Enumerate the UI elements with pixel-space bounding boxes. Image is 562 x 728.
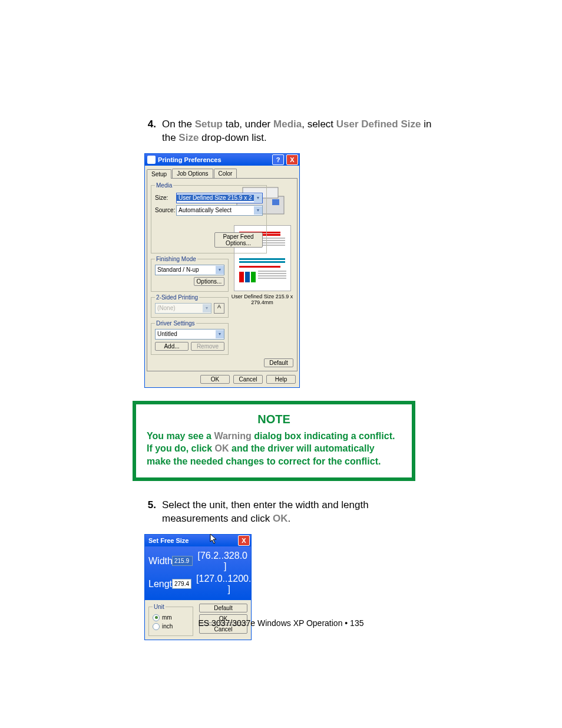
printing-preferences-dialog: Printing Preferences ? X Setup Job Optio…: [144, 153, 300, 388]
step-4-number: 4.: [138, 118, 162, 145]
chevron-down-icon: ▾: [254, 194, 262, 202]
chevron-down-icon: ▾: [216, 266, 224, 274]
add-button[interactable]: Add...: [155, 342, 189, 351]
tab-color[interactable]: Color: [214, 169, 237, 178]
dialog-title: Set Free Size: [145, 537, 237, 544]
duplex-legend: 2-Sided Printing: [155, 294, 199, 301]
width-range-lo: 76.2: [200, 551, 219, 572]
note-body: You may see a Warning dialog box indicat…: [147, 430, 401, 468]
ui-ref-ok: OK: [215, 443, 229, 453]
note-box: NOTE You may see a Warning dialog box in…: [133, 401, 415, 481]
cancel-button[interactable]: Cancel: [233, 375, 263, 384]
step-5-number: 5.: [138, 499, 162, 526]
width-label: Width:: [148, 556, 172, 566]
step-4-text: On the Setup tab, under Media, select Us…: [162, 118, 435, 145]
ok-button[interactable]: OK: [200, 375, 230, 384]
note-title: NOTE: [147, 413, 401, 426]
dialog-title: Printing Preferences: [158, 156, 271, 163]
svg-rect-10: [239, 261, 285, 263]
close-icon[interactable]: X: [238, 535, 250, 546]
page-footer: ES 3037/3037e Windows XP Operation • 135: [0, 618, 562, 628]
step-4: 4. On the Setup tab, under Media, select…: [138, 118, 435, 145]
source-label: Source:: [155, 207, 176, 213]
length-range-lo: 127.0: [199, 574, 222, 595]
svg-rect-16: [258, 273, 286, 274]
help-icon[interactable]: ?: [272, 154, 284, 165]
chevron-down-icon: ▾: [254, 206, 262, 215]
remove-button: Remove: [191, 342, 224, 351]
length-input[interactable]: 279.4: [172, 579, 191, 589]
ui-ref-warning: Warning: [214, 431, 251, 441]
size-select[interactable]: User Defined Size 215.9 x 2 ▾: [176, 193, 263, 203]
tab-setup[interactable]: Setup: [147, 169, 171, 179]
length-range-hi: 1200.0 ]: [227, 574, 256, 595]
driver-select[interactable]: Untitled ▾: [155, 329, 224, 340]
driver-settings-group: Driver Settings Untitled ▾ Add... Remove: [151, 320, 229, 355]
svg-rect-13: [245, 272, 250, 282]
default-button[interactable]: Default: [264, 358, 293, 367]
finishing-legend: Finishing Mode: [155, 256, 197, 262]
paper-feed-options-button[interactable]: Paper Feed Options...: [214, 232, 263, 248]
svg-rect-9: [239, 258, 285, 260]
ui-ref-user-defined-size: User Defined Size: [336, 118, 421, 130]
length-label: Length:: [148, 579, 172, 589]
help-button[interactable]: Help: [266, 375, 296, 384]
tab-job-options[interactable]: Job Options: [172, 169, 213, 178]
svg-rect-12: [239, 272, 244, 282]
ui-ref-media: Media: [273, 118, 302, 130]
svg-rect-2: [272, 199, 279, 205]
tab-bar: Setup Job Options Color: [147, 169, 297, 178]
size-label: Size:: [155, 195, 176, 201]
finishing-mode-group: Finishing Mode Standard / N-up ▾ Options…: [151, 256, 229, 292]
ui-ref-setup: Setup: [195, 118, 223, 130]
source-select[interactable]: Automatically Select ▾: [176, 205, 263, 216]
unit-legend: Unit: [153, 604, 166, 610]
width-range-hi: 328.0 ]: [224, 551, 247, 572]
preview-caption: User Defined Size 215.9 x 279.4mm: [231, 294, 293, 305]
step-5: 5. Select the unit, then enter the width…: [138, 499, 435, 526]
duplex-group: 2-Sided Printing (None) ▾ A: [151, 294, 229, 318]
default-button[interactable]: Default: [199, 604, 247, 612]
dialog-titlebar[interactable]: Set Free Size X: [145, 535, 251, 546]
ui-ref-size: Size: [178, 132, 199, 143]
duplex-icon: A: [214, 303, 224, 314]
driver-legend: Driver Settings: [155, 320, 196, 327]
width-input[interactable]: 215.9: [172, 556, 193, 566]
printer-icon: [147, 156, 156, 164]
ui-ref-ok: OK: [273, 513, 288, 524]
chevron-down-icon: ▾: [203, 304, 211, 312]
svg-rect-11: [239, 266, 280, 268]
options-button[interactable]: Options...: [194, 277, 224, 286]
svg-rect-14: [251, 272, 256, 282]
svg-rect-18: [258, 278, 286, 279]
dialog-titlebar[interactable]: Printing Preferences ? X: [145, 154, 299, 166]
cursor-icon: [210, 533, 218, 544]
svg-rect-15: [258, 271, 286, 272]
close-icon[interactable]: X: [286, 154, 298, 165]
finishing-select[interactable]: Standard / N-up ▾: [155, 265, 224, 275]
step-5-text: Select the unit, then enter the width an…: [162, 499, 435, 526]
media-group: Media Size: User Defined Size 215.9 x 2 …: [151, 182, 267, 253]
chevron-down-icon: ▾: [216, 330, 224, 338]
svg-rect-17: [258, 275, 286, 276]
media-legend: Media: [155, 182, 173, 189]
duplex-select: (None) ▾: [155, 303, 211, 314]
